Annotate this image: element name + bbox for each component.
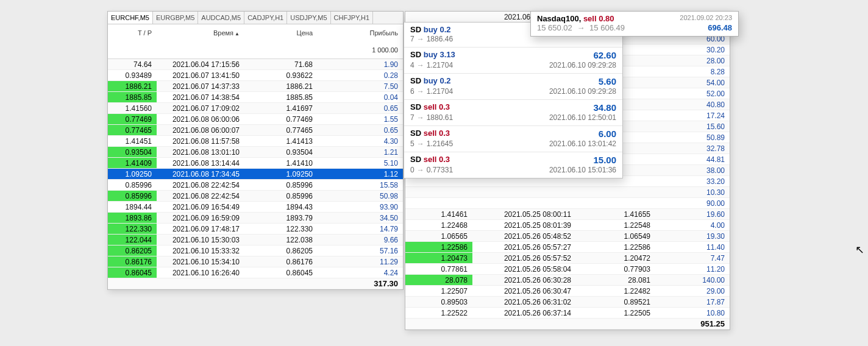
chart-tab[interactable]: CADJPY,H1 bbox=[244, 12, 287, 24]
cell-price: 1.22482 bbox=[576, 286, 655, 297]
chart-tab[interactable]: USDJPY,M5 bbox=[287, 12, 330, 24]
cell-time: 2021.05.26 06:30:28 bbox=[472, 275, 576, 286]
cell-price: 71.68 bbox=[244, 59, 318, 70]
table-row[interactable]: 0.862052021.06.10 15:33:320.8620557.16 bbox=[108, 245, 403, 256]
trade-card[interactable]: SD sell 0.315.000→0.773312021.06.10 15:0… bbox=[404, 152, 622, 178]
col-tp[interactable]: T / P bbox=[108, 24, 157, 41]
cell-price: 1.22548 bbox=[576, 220, 655, 231]
col-profit[interactable]: Прибыль bbox=[318, 24, 403, 41]
cell-price: 122.038 bbox=[244, 235, 318, 245]
cell-profit: 33.20 bbox=[655, 176, 730, 187]
cell-profit: 30.20 bbox=[655, 44, 730, 55]
cell-tp: 1885.85 bbox=[108, 92, 157, 103]
table-row[interactable]: 0.861762021.06.10 15:34:100.8617611.29 bbox=[108, 256, 403, 267]
table-row[interactable]: 1.225862021.05.26 05:57:271.2258611.40 bbox=[405, 242, 730, 253]
cell-tp: 122.044 bbox=[108, 235, 157, 245]
cell-profit: 34.50 bbox=[318, 213, 403, 224]
cell-price: 1.20472 bbox=[576, 253, 655, 264]
cell-profit: 50.98 bbox=[318, 191, 403, 202]
cell-time: 2021.05.25 08:00:11 bbox=[472, 209, 576, 220]
table-row[interactable]: 74.642021.06.04 17:15:5671.681.90 bbox=[108, 59, 403, 70]
cell-profit: 0.65 bbox=[318, 125, 403, 136]
cell-price: 0.86176 bbox=[244, 256, 318, 267]
trade-cards-overlay: SD buy 0.27→1886.46SD buy 3.1362.604→1.2… bbox=[404, 22, 623, 178]
cell-time: 2021.06.04 17:15:56 bbox=[157, 59, 244, 70]
cell-profit: 11.40 bbox=[655, 242, 730, 253]
trade-card[interactable]: SD buy 0.25.606→1.217042021.06.10 09:29:… bbox=[404, 74, 622, 100]
chart-tab[interactable]: CHFJPY,H1 bbox=[331, 12, 373, 24]
cell-tp: 1.41451 bbox=[108, 136, 157, 147]
cell-price: 1886.21 bbox=[244, 81, 318, 92]
table-row[interactable]: 90.00 bbox=[405, 198, 730, 209]
table-row[interactable]: 1.224682021.05.25 08:01:391.225484.00 bbox=[405, 220, 730, 231]
col-price[interactable]: Цена bbox=[244, 24, 318, 41]
col-time[interactable]: Время▲ bbox=[157, 24, 244, 41]
cell-time: 2021.06.08 13:01:10 bbox=[157, 147, 244, 158]
chart-tab[interactable]: EURCHF,M5 bbox=[108, 12, 153, 24]
table-row[interactable]: 0.774652021.06.08 06:00:070.774650.65 bbox=[108, 125, 403, 136]
cell-tp: 1.22468 bbox=[405, 220, 472, 231]
cell-price: 0.85996 bbox=[244, 191, 318, 202]
trade-card[interactable]: SD sell 0.36.005→1.216452021.06.10 13:01… bbox=[404, 126, 622, 152]
cell-profit: 57.16 bbox=[318, 245, 403, 256]
table-row[interactable]: 1.092502021.06.08 17:34:451.092501.12 bbox=[108, 169, 403, 180]
cell-tp: 0.86176 bbox=[108, 256, 157, 267]
cell-tp: 122.330 bbox=[108, 224, 157, 235]
table-row[interactable]: 1.414612021.05.25 08:00:111.4165519.60 bbox=[405, 209, 730, 220]
table-row[interactable]: 1885.852021.06.07 14:38:541885.850.04 bbox=[108, 92, 403, 103]
table-row[interactable]: 0.934892021.06.07 13:41:500.936220.28 bbox=[108, 70, 403, 81]
cell-profit: 15.58 bbox=[318, 180, 403, 191]
tooltip-date: 2021.09.02 20:23 bbox=[680, 14, 732, 21]
table-row[interactable]: 1.415602021.06.07 17:09:021.416970.65 bbox=[108, 103, 403, 114]
arrow-right-icon: → bbox=[417, 61, 424, 69]
cell-time: 2021.06.08 06:00:07 bbox=[157, 125, 244, 136]
table-row[interactable]: 1886.212021.06.07 14:37:331886.217.50 bbox=[108, 81, 403, 92]
table-row[interactable]: 122.3302021.06.09 17:48:17122.33014.79 bbox=[108, 224, 403, 235]
cell-tp: 1.09250 bbox=[108, 169, 157, 180]
cell-profit: 93.90 bbox=[318, 202, 403, 213]
cell-profit: 0.65 bbox=[318, 103, 403, 114]
cell-tp: 0.77465 bbox=[108, 125, 157, 136]
table-row[interactable]: 1893.862021.06.09 16:59:091893.7934.50 bbox=[108, 213, 403, 224]
table-row[interactable]: 1.414092021.06.08 13:14:441.414105.10 bbox=[108, 158, 403, 169]
tooltip-pnl: 696.48 bbox=[708, 23, 732, 32]
cell-profit: 11.20 bbox=[655, 264, 730, 275]
table-row[interactable]: 1.225072021.05.26 06:30:471.2248229.00 bbox=[405, 286, 730, 297]
table-row[interactable]: 0.774692021.06.08 06:00:060.774691.55 bbox=[108, 114, 403, 125]
table-row[interactable]: 0.860452021.06.10 16:26:400.860454.24 bbox=[108, 267, 403, 278]
cell-profit: 32.78 bbox=[655, 143, 730, 154]
table-row[interactable]: 0.935042021.06.08 13:01:100.935041.21 bbox=[108, 147, 403, 158]
cell-price: 1.41697 bbox=[244, 103, 318, 114]
table-row[interactable]: 0.859962021.06.08 22:42:540.8599650.98 bbox=[108, 191, 403, 202]
table-row[interactable]: 1.414512021.06.08 11:57:581.414134.30 bbox=[108, 136, 403, 147]
table-row[interactable]: 122.0442021.06.10 15:30:03122.0389.66 bbox=[108, 235, 403, 245]
cell-profit: 54.00 bbox=[655, 77, 730, 88]
chart-tab[interactable]: EURGBP,M5 bbox=[153, 12, 198, 24]
mouse-cursor-icon: ↖ bbox=[855, 243, 864, 256]
cell-profit: 1.90 bbox=[318, 59, 403, 70]
trade-card[interactable]: SD buy 3.1362.604→1.217042021.06.10 09:2… bbox=[404, 48, 622, 74]
table-row[interactable]: 1.065652021.05.26 05:48:521.0654919.30 bbox=[405, 231, 730, 242]
table-row[interactable]: 1.225222021.05.26 06:37:141.2250510.80 bbox=[405, 308, 730, 319]
cell-profit: 17.24 bbox=[655, 110, 730, 121]
table-row[interactable]: 0.778612021.05.26 05:58:040.7790311.20 bbox=[405, 264, 730, 275]
cell-profit: 140.00 bbox=[655, 275, 730, 286]
table-row[interactable]: 1894.442021.06.09 16:54:491894.4393.90 bbox=[108, 202, 403, 213]
table-row[interactable]: 0.895032021.05.26 06:31:020.8952117.87 bbox=[405, 297, 730, 308]
cell-time: 2021.05.26 05:58:04 bbox=[472, 264, 576, 275]
cell-time: 2021.06.10 16:26:40 bbox=[157, 267, 244, 278]
table-row[interactable]: 28.0782021.05.26 06:30:2828.081140.00 bbox=[405, 275, 730, 286]
tooltip-symbol: Nasdaq100, bbox=[537, 14, 581, 23]
chart-tab[interactable]: AUDCAD,M5 bbox=[198, 12, 244, 24]
table-row[interactable]: 1.204732021.05.26 05:57:521.204727.47 bbox=[405, 253, 730, 264]
cell-tp: 1893.86 bbox=[108, 213, 157, 224]
arrow-right-icon: → bbox=[417, 87, 424, 96]
cell-tp: 0.86205 bbox=[108, 245, 157, 256]
cell-profit: 14.79 bbox=[318, 224, 403, 235]
table-row[interactable]: 0.859962021.06.08 22:42:540.8599615.58 bbox=[108, 180, 403, 191]
cell-profit: 29.00 bbox=[655, 286, 730, 297]
card-symbol: SD bbox=[410, 76, 421, 85]
table-row[interactable]: 10.30 bbox=[405, 187, 730, 198]
cell-time: 2021.06.07 14:37:33 bbox=[157, 81, 244, 92]
trade-card[interactable]: SD sell 0.334.807→1880.612021.06.10 12:5… bbox=[404, 100, 622, 126]
